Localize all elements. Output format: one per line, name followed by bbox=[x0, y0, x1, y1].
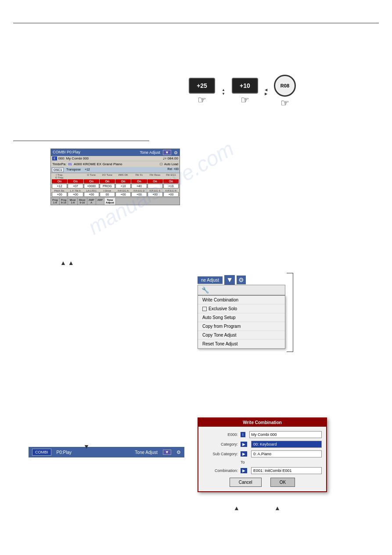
menu-item-exclusive-solo[interactable]: Exclusive Solo bbox=[198, 305, 285, 313]
dropdown-chevron[interactable]: ▼ bbox=[224, 275, 235, 285]
menu-icon[interactable]: ⚙ bbox=[174, 150, 178, 155]
dropdown-menu: Write Combination Exclusive Solo Auto So… bbox=[198, 295, 285, 349]
combi-screen: COMBI P0:Play Tone Adjust ▼ ⚙ E 000: My … bbox=[50, 149, 180, 205]
btn-fltr-eg1[interactable]: On bbox=[163, 179, 179, 183]
val-I-trsp[interactable]: +12 bbox=[52, 184, 67, 189]
btn-tune[interactable]: On bbox=[100, 179, 115, 183]
e000-input[interactable] bbox=[249, 431, 322, 438]
bottom-dropdown-arrow[interactable]: ▼ bbox=[163, 450, 171, 455]
val-pitch-str[interactable]: +00 bbox=[52, 192, 67, 197]
val-O-trsp[interactable]: +07 bbox=[68, 184, 83, 189]
btn-fltr-reso[interactable]: On bbox=[147, 179, 163, 183]
e000-bank-icon: I bbox=[241, 432, 245, 437]
hand-icon-2: ☞ bbox=[241, 94, 249, 106]
param-ms-dk: I/MS DK bbox=[115, 174, 131, 179]
val-ms-dk[interactable]: +10 bbox=[115, 184, 131, 189]
dropdown-arrow[interactable]: ▼ bbox=[163, 150, 171, 155]
transpose-label: Transpose bbox=[65, 167, 82, 172]
tone-adjust-dropdown-title: ne Adjust bbox=[201, 278, 219, 283]
param-tune: I/O Tune bbox=[100, 174, 115, 179]
menu-item-auto-song-setup[interactable]: Auto Song Setup bbox=[198, 313, 285, 322]
btn-I-trsp[interactable]: On bbox=[52, 179, 67, 183]
subcategory-value[interactable]: 0: A.Piano bbox=[251, 450, 322, 457]
btn-O-tune[interactable]: On bbox=[84, 179, 99, 183]
dialog-row-category: Category: ▶ 00: Keyboard bbox=[203, 441, 322, 448]
combination-value[interactable]: E001: InitCombi E001 bbox=[251, 467, 322, 474]
bottom-settings-icon[interactable]: ⚙ bbox=[176, 450, 181, 455]
combi-title-bar: COMBI P0:Play Tone Adjust ▼ ⚙ bbox=[51, 149, 180, 156]
val-O-tune[interactable]: +0000 bbox=[84, 184, 99, 189]
tab-tone-adjust[interactable]: ToneAdjust bbox=[104, 198, 116, 205]
tab-osc1[interactable]: OSC1 bbox=[52, 167, 64, 172]
combination-label: Combination: bbox=[203, 468, 238, 473]
tab-arp[interactable]: ARP bbox=[96, 198, 104, 205]
bpm: ♩= 084.00 bbox=[163, 156, 178, 160]
val-fltr-reso[interactable] bbox=[147, 184, 163, 189]
value-button-1[interactable]: +25 bbox=[189, 78, 215, 94]
wrench-icon: 🔧 bbox=[201, 287, 209, 294]
timbre-label: TimbrPa: bbox=[52, 162, 66, 166]
dropdown-area: ne Adjust ▼ ⚙ 🔧 Write Combination Exclus… bbox=[198, 275, 285, 349]
category-dropdown-btn[interactable]: ▶ bbox=[241, 442, 247, 447]
cancel-button[interactable]: Cancel bbox=[230, 478, 262, 487]
dialog-row-e000: E000: I bbox=[203, 431, 322, 438]
transpose-value: +12 bbox=[83, 167, 91, 172]
bracket-right bbox=[287, 273, 293, 352]
val-fa-egs[interactable]: +00 bbox=[147, 192, 163, 197]
section-divider bbox=[13, 141, 149, 141]
ok-button[interactable]: OK bbox=[270, 478, 295, 487]
val-fa-ega[interactable]: +00 bbox=[115, 192, 131, 197]
params-labels-row: I Trsp. O Trsp. O Tune I/O Tune I/MS DK … bbox=[51, 173, 180, 179]
dropdown-title-bar: ne Adjust bbox=[198, 276, 223, 284]
value-button-2[interactable]: +10 bbox=[232, 78, 258, 94]
params-btns-row: On On On On On On On On bbox=[51, 179, 180, 184]
combi-bottom-bar: COMBI P0:Play Tone Adjust ▼ ⚙ bbox=[29, 447, 184, 457]
dial-label: R08 bbox=[281, 83, 289, 88]
program-name: A000 KROME EX Grand Piano bbox=[74, 162, 158, 166]
params2-labels-row: Pitch Str. L F Tbl A LA LFD1 I Drive F/A… bbox=[51, 189, 180, 192]
subcategory-dropdown-btn[interactable]: ▶ bbox=[241, 451, 247, 457]
menu-item-copy-from-program[interactable]: Copy from Program bbox=[198, 322, 285, 331]
menu-item-write-combination[interactable]: Write Combination bbox=[198, 296, 285, 305]
btn-fltr-fc[interactable]: On bbox=[131, 179, 147, 183]
timbre-num: 01 bbox=[68, 162, 72, 166]
menu-item-reset-tone-adjust[interactable]: Reset Tone Adjust bbox=[198, 340, 285, 348]
val-i-drive[interactable]: 00 bbox=[100, 192, 115, 197]
menu-item-copy-tone-adjust[interactable]: Copy Tone Adjust bbox=[198, 331, 285, 340]
settings-icon[interactable]: ⚙ bbox=[237, 276, 246, 284]
exclusive-solo-checkbox[interactable] bbox=[202, 307, 207, 311]
dialog-row-subcategory: Sub Category: ▶ 0: A.Piano bbox=[203, 450, 322, 457]
btn-ms-dk[interactable]: On bbox=[115, 179, 131, 183]
combination-dropdown-btn[interactable]: ▶ bbox=[241, 468, 247, 473]
val-fltr-eg1[interactable]: +10 bbox=[163, 184, 179, 189]
write-dialog: Write Combination E000: I Category: ▶ 00… bbox=[198, 417, 327, 492]
val-lf-tbl[interactable]: +00 bbox=[68, 192, 83, 197]
tab-prog-1-8[interactable]: Prog1-8 bbox=[51, 198, 60, 205]
pointer-arrows-bottom: ▲ ▲ bbox=[60, 259, 74, 266]
top-divider bbox=[13, 23, 379, 23]
category-value[interactable]: 00: Keyboard bbox=[251, 441, 322, 448]
tab-mixer-1-8[interactable]: Mixer1-8 bbox=[68, 198, 78, 205]
tone-adjust-title: Tone Adjust bbox=[140, 150, 161, 155]
tab-mixer-9-16[interactable]: Mixer9-16 bbox=[78, 198, 87, 205]
param-O-trsp bbox=[68, 174, 83, 179]
val-fa-egd[interactable]: +00 bbox=[131, 192, 147, 197]
tone-adjust-bottom-label: Tone Adjust bbox=[135, 450, 158, 455]
btn-O-trsp[interactable]: On bbox=[68, 179, 83, 183]
dial-control[interactable]: R08 bbox=[274, 75, 296, 97]
val-fa-egr[interactable]: +00 bbox=[163, 192, 179, 197]
val-la-lfd[interactable]: +00 bbox=[84, 192, 99, 197]
val-tune[interactable]: PROG bbox=[100, 184, 115, 189]
tabs-row: OSC1 Transpose +12 Rel +00 bbox=[51, 167, 180, 173]
tab-prog-9-16[interactable]: Prog9-16 bbox=[60, 198, 68, 205]
dialog-row-combination: Combination: ▶ E001: InitCombi E001 bbox=[203, 467, 322, 474]
e000-label: E000: bbox=[203, 432, 238, 437]
up-down-arrows: ▲ ▼ bbox=[222, 88, 225, 96]
combi-p0-play-label: P0:Play bbox=[57, 450, 72, 455]
combi-name: 000: My Combi 000 bbox=[58, 156, 163, 160]
auto-load-label: Auto Load bbox=[164, 163, 178, 166]
combi-name-row: E 000: My Combi 000 ♩= 084.00 bbox=[51, 156, 180, 161]
auto-load-checkbox[interactable]: ☐ bbox=[160, 163, 162, 166]
val-fltr-fc[interactable]: +40 bbox=[131, 184, 147, 189]
tab-amp-a[interactable]: AMPA bbox=[87, 198, 96, 205]
